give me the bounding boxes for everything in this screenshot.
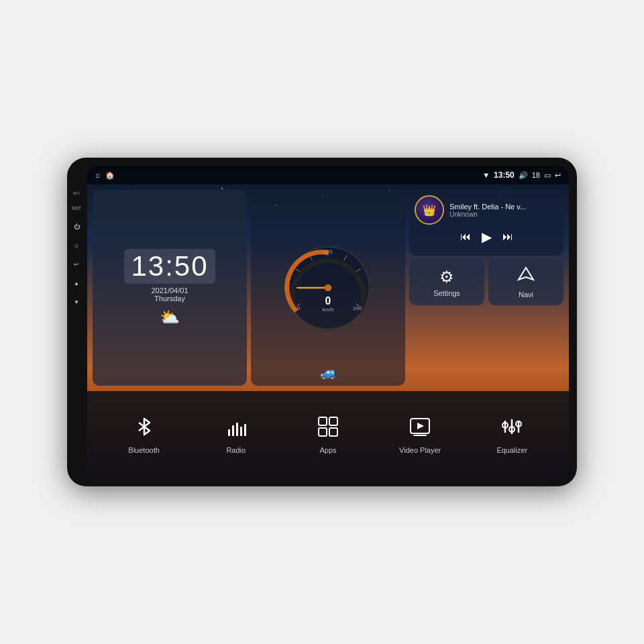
status-bar: ⌂ 🏠 ▼ 13:50 🔊 18 ▭ ↩ (87, 166, 569, 184)
volume-down-button[interactable]: ▼ (70, 296, 83, 308)
equalizer-button[interactable]: Equalizer (472, 416, 552, 454)
status-left: ⌂ 🏠 (95, 171, 115, 180)
svg-text:120: 120 (323, 249, 333, 255)
car-illustration: 🚙 (320, 364, 337, 380)
svg-rect-22 (244, 424, 246, 436)
video-icon-svg (409, 416, 431, 437)
svg-marker-28 (417, 423, 424, 429)
navigation-icon-svg (517, 266, 535, 284)
apps-icon (317, 416, 339, 442)
svg-text:0: 0 (297, 305, 301, 311)
bottom-bar: Bluetooth Radio (87, 391, 569, 478)
quick-tiles: ⚙ Settings Navi (409, 260, 564, 305)
home-side-button[interactable]: ⌂ (70, 239, 83, 252)
mic-label: MIC (73, 191, 80, 195)
rst-button[interactable]: RST (70, 202, 83, 214)
radio-icon-svg (225, 416, 247, 437)
clock-date: 2021/04/01 (151, 286, 188, 294)
music-controls: ⏮ ▶ ⏭ (415, 229, 558, 245)
next-track-button[interactable]: ⏭ (502, 231, 513, 243)
svg-rect-19 (232, 425, 234, 436)
bluetooth-button[interactable]: Bluetooth (104, 416, 184, 454)
clock-display: 13:50 (124, 249, 215, 284)
bluetooth-label: Bluetooth (128, 446, 159, 454)
play-pause-button[interactable]: ▶ (482, 229, 492, 245)
power-button[interactable]: ⏻ (70, 221, 83, 233)
prev-track-button[interactable]: ⏮ (460, 231, 471, 243)
settings-icon: ⚙ (439, 268, 454, 286)
back-side-button[interactable]: ↩ (70, 258, 83, 270)
equalizer-label: Equalizer (496, 446, 527, 454)
svg-rect-18 (228, 429, 230, 436)
wifi-icon: ▼ (482, 171, 490, 179)
svg-rect-26 (329, 428, 337, 436)
battery-icon: ▭ (544, 171, 551, 180)
clock-day: Thursday (154, 294, 185, 303)
right-column: 👑 Smiley ft. Delia - Ne v... Unknown ⏮ ▶… (409, 190, 564, 386)
apps-button[interactable]: Apps (288, 416, 368, 454)
svg-rect-25 (319, 428, 327, 436)
video-player-button[interactable]: Video Player (380, 416, 460, 454)
svg-rect-21 (240, 427, 242, 436)
album-icon: 👑 (423, 204, 436, 217)
svg-rect-23 (319, 417, 327, 425)
svg-point-11 (325, 284, 332, 292)
navi-icon (517, 266, 535, 288)
svg-rect-24 (329, 417, 337, 425)
music-info-section: 👑 Smiley ft. Delia - Ne v... Unknown (415, 195, 558, 225)
speedometer-svg: 0 120 240 0 km/h (281, 241, 375, 335)
volume-level: 18 (532, 171, 540, 179)
nav-home-icon[interactable]: 🏠 (105, 171, 115, 180)
volume-status-icon: 🔊 (519, 171, 528, 180)
bluetooth-icon (133, 416, 155, 442)
side-buttons-panel: MIC RST ⏻ ⌂ ↩ ▲ ▼ (67, 191, 86, 308)
bluetooth-icon-svg (133, 416, 155, 437)
car-head-unit: MIC RST ⏻ ⌂ ↩ ▲ ▼ ⌂ 🏠 ▼ (67, 158, 577, 486)
video-player-icon (409, 416, 431, 442)
volume-up-button[interactable]: ▲ (70, 277, 83, 289)
svg-rect-20 (236, 423, 238, 436)
radio-button[interactable]: Radio (196, 416, 276, 454)
svg-text:240: 240 (353, 305, 362, 311)
album-art: 👑 (415, 195, 444, 225)
svg-text:km/h: km/h (322, 307, 333, 313)
navi-tile[interactable]: Navi (488, 260, 564, 305)
track-info: Smiley ft. Delia - Ne v... Unknown (449, 203, 558, 218)
settings-label: Settings (433, 289, 460, 297)
track-title: Smiley ft. Delia - Ne v... (449, 203, 558, 211)
apps-label: Apps (319, 446, 336, 454)
svg-marker-17 (519, 268, 533, 280)
home-icon[interactable]: ⌂ (95, 171, 100, 179)
equalizer-icon (501, 416, 523, 442)
back-icon[interactable]: ↩ (555, 171, 561, 180)
screen: ⌂ 🏠 ▼ 13:50 🔊 18 ▭ ↩ 13:50 2021/04/01 Th… (87, 166, 569, 478)
weather-icon: ⛅ (160, 308, 180, 327)
svg-rect-29 (413, 435, 427, 436)
video-player-label: Video Player (399, 446, 441, 454)
track-artist: Unknown (449, 211, 558, 218)
apps-icon-svg (317, 416, 339, 437)
svg-text:0: 0 (325, 295, 331, 307)
main-content: 13:50 2021/04/01 Thursday ⛅ (87, 184, 569, 391)
status-right: ▼ 13:50 🔊 18 ▭ ↩ (482, 170, 561, 180)
radio-label: Radio (226, 446, 246, 454)
speedometer-widget: 0 120 240 0 km/h 🚙 (251, 190, 405, 386)
navi-label: Navi (519, 290, 533, 299)
radio-icon (225, 416, 247, 442)
music-widget: 👑 Smiley ft. Delia - Ne v... Unknown ⏮ ▶… (409, 190, 564, 256)
status-time: 13:50 (494, 170, 515, 180)
clock-widget: 13:50 2021/04/01 Thursday ⛅ (93, 190, 247, 386)
settings-tile[interactable]: ⚙ Settings (409, 260, 484, 305)
equalizer-icon-svg (501, 416, 523, 437)
